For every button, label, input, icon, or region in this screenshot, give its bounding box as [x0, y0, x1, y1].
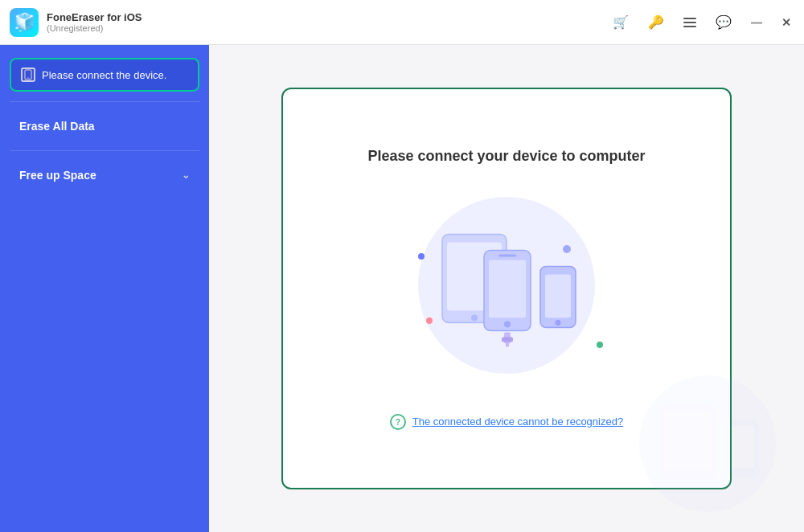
sidebar-divider-1 [10, 101, 199, 102]
connect-device-button[interactable]: Please connect the device. [10, 58, 199, 92]
svg-rect-17 [506, 342, 509, 346]
unrecognized-row: ? The connected device cannot be recogni… [390, 414, 623, 430]
svg-rect-2 [683, 26, 696, 27]
svg-rect-1 [683, 22, 696, 23]
app-subtitle: (Unregistered) [47, 23, 142, 33]
sidebar-item-erase-all-data[interactable]: Erase All Data [10, 112, 199, 141]
minimize-button[interactable]: — [748, 14, 765, 31]
svg-point-14 [556, 320, 561, 325]
chat-button[interactable]: 💬 [712, 13, 735, 31]
sidebar-item-free-up-space[interactable]: Free up Space ⌄ [10, 161, 199, 190]
dot-green [597, 342, 603, 348]
illustration-container [394, 189, 619, 382]
bg-decoration [627, 371, 788, 516]
question-mark: ? [395, 417, 400, 427]
free-up-space-label: Free up Space [19, 169, 96, 182]
svg-rect-16 [502, 337, 513, 342]
menu-button[interactable] [680, 16, 699, 29]
app-name: FoneEraser for iOS [47, 11, 142, 23]
connect-device-label: Please connect the device. [42, 69, 166, 81]
svg-rect-22 [730, 426, 754, 468]
title-bar-right: 🛒 🔑 💬 — ✕ [609, 13, 794, 31]
phone-icon [21, 68, 35, 82]
close-button[interactable]: ✕ [778, 14, 794, 31]
content-area: Please connect your device to computer [209, 45, 804, 532]
unrecognized-link[interactable]: The connected device cannot be recognize… [412, 415, 623, 428]
app-title-block: FoneEraser for iOS (Unregistered) [47, 11, 142, 33]
dot-blue-1 [418, 253, 425, 260]
chevron-down-icon: ⌄ [182, 170, 190, 181]
svg-rect-13 [545, 274, 571, 317]
erase-all-data-label: Erase All Data [19, 120, 95, 133]
sidebar: Please connect the device. Erase All Dat… [0, 45, 209, 532]
svg-rect-0 [683, 18, 696, 19]
cart-button[interactable]: 🛒 [609, 13, 632, 31]
devices-illustration [426, 210, 587, 346]
main-layout: Please connect the device. Erase All Dat… [0, 45, 804, 532]
sidebar-divider-2 [10, 150, 199, 151]
svg-point-10 [504, 321, 511, 327]
svg-rect-9 [489, 260, 526, 317]
svg-rect-20 [664, 411, 711, 469]
question-icon: ? [390, 414, 406, 430]
title-bar-left: 🧊 FoneEraser for iOS (Unregistered) [10, 8, 142, 37]
card-title: Please connect your device to computer [367, 148, 645, 165]
svg-rect-4 [27, 78, 30, 79]
svg-point-7 [471, 314, 478, 321]
app-icon: 🧊 [10, 8, 39, 37]
svg-rect-11 [498, 254, 516, 256]
key-button[interactable]: 🔑 [645, 13, 667, 31]
title-bar: 🧊 FoneEraser for iOS (Unregistered) 🛒 🔑 … [0, 0, 804, 45]
